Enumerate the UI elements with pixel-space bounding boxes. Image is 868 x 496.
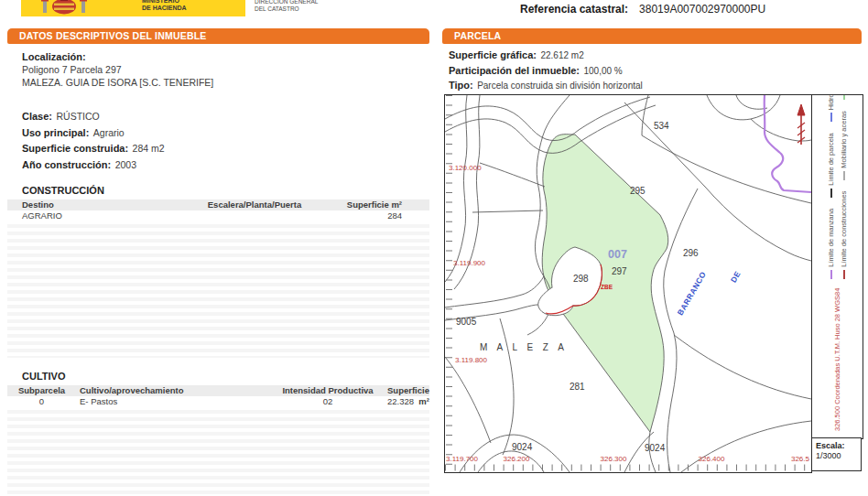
cultivo-table-header: Subparcela Cultivo/aprovechamiento Inten… (7, 385, 429, 396)
government-banner: MINISTERIO DE HACIENDA (21, 0, 245, 16)
cadastral-map: 534 295 296 007 297 298 ZBE 9005 M A L E… (444, 94, 812, 473)
cadastral-reference: Referencia catastral:38019A007002970000P… (520, 3, 765, 16)
construccion-empty-rows (7, 221, 429, 358)
parcel-label-534: 534 (654, 121, 669, 131)
parcel-label-281: 281 (570, 382, 585, 392)
col-superficie: Superficie m² (346, 199, 429, 210)
parcel-label-297: 297 (612, 266, 627, 276)
construccion-table-row: AGRARIO 284 (7, 210, 429, 221)
green-line-icon (843, 94, 845, 100)
coord-x-326400: 326.400 (699, 455, 725, 463)
ministry-name: MINISTERIO DE HACIENDA (142, 0, 187, 12)
coord-x-326200: 326.200 (504, 455, 530, 463)
parcel-label-9024-right: 9024 (645, 443, 666, 453)
coord-x-3265: 326.5 (791, 455, 810, 463)
coord-y-3119800: 3.119.800 (455, 356, 488, 364)
manzana-limit-line (765, 95, 811, 192)
north-arrow-icon (797, 104, 805, 145)
cadastral-reference-label: Referencia catastral: (520, 3, 628, 16)
construccion-title: CONSTRUCCIÓN (22, 185, 429, 196)
cadastral-document: MINISTERIO DE HACIENDA DIRECCIÓN GENERAL… (0, 0, 868, 496)
coord-x-326300: 326.300 (601, 455, 627, 463)
legend-item-hidrografia: Hidrografía (827, 94, 835, 122)
legend-item-mobiliario: Mobiliario y aceras (840, 111, 848, 180)
cultivo-title: CULTIVO (22, 371, 429, 382)
legend-item-limite-construcciones: Límite de construcciones (840, 191, 848, 279)
street-label-de: DE (729, 269, 743, 284)
parcel-label-296: 296 (683, 248, 699, 258)
construccion-table-header: Destino Escalera/Planta/Puerta Superfici… (7, 199, 429, 210)
coord-y-3119900: 3.119.900 (453, 259, 486, 267)
section-header-datos-descriptivos: DATOS DESCRIPTIVOS DEL INMUEBLE (7, 28, 429, 44)
superficie-grafica-row: Superficie gráfica: 22.612 m2 (449, 48, 862, 63)
place-label-maleza: M A L E Z A (480, 342, 568, 352)
superficie-construida-row: Superficie construida: 284 m2 (22, 140, 429, 156)
col-escalera: Escalera/Planta/Puerta (163, 199, 346, 210)
blue-line-icon (830, 113, 832, 122)
gray-line-icon (843, 171, 845, 180)
black-line-icon (830, 189, 832, 198)
purple-line-icon (830, 270, 832, 279)
parcel-label-295: 295 (630, 186, 646, 196)
red-line-icon (843, 270, 845, 279)
map-scale: Escala: 1/3000 (811, 437, 862, 471)
directorate-name: DIRECCIÓN GENERAL DEL CATASTRO (255, 0, 318, 13)
cultivo-empty-rows (7, 406, 429, 496)
parcel-label-007: 007 (608, 248, 627, 261)
spain-coat-of-arms-icon (32, 0, 96, 20)
localizacion-label: Localización: (22, 50, 429, 63)
legend-item-limite-parcela: Límite de parcela (827, 133, 835, 198)
anio-construccion-row: Año construcción: 2003 (22, 156, 429, 173)
construction-label-zbe: ZBE (601, 284, 613, 290)
parcel-label-9005: 9005 (456, 317, 477, 327)
localizacion-line2: MALEZA. GUIA DE ISORA [S.C. TENERIFE] (22, 76, 429, 89)
col-destino: Destino (7, 199, 163, 210)
map-legend: 326.500 Coordenadas U.T.M. Huso 28 WGS84… (811, 94, 863, 439)
legend-item-limite-manzana: Límite de manzana (827, 209, 835, 279)
clase-row: Clase: RÚSTICO (22, 108, 429, 124)
participacion-row: Participación del inmueble: 100,00 % (449, 63, 862, 79)
parcel-info-panel: Superficie gráfica: 22.612 m2 Participac… (442, 48, 862, 93)
cadastral-reference-value: 38019A007002970000PU (639, 3, 765, 16)
localizacion-line1: Poligono 7 Parcela 297 (22, 63, 429, 76)
escala-label: Escala: (816, 441, 845, 450)
parcel-label-9024-left: 9024 (512, 442, 533, 452)
section-header-parcela: PARCELA (442, 28, 862, 44)
coord-y-3119700: 3.119.700 (446, 455, 479, 463)
property-details-panel: Localización: Poligono 7 Parcela 297 MAL… (7, 44, 429, 496)
utm-note: 326.500 Coordenadas U.T.M. Huso 28 WGS84 (833, 288, 841, 431)
uso-principal-row: Uso principal: Agrario (22, 124, 429, 141)
street-label-barranco: BARRANCO (676, 270, 708, 317)
parcel-label-298: 298 (573, 274, 589, 284)
legend-item-zona-verde: Límite zona verde (840, 94, 848, 100)
coord-y-3120000: 3.120.000 (449, 164, 482, 172)
cultivo-table-row: 0 E- Pastos 02 22.328 (7, 396, 429, 406)
escala-value: 1/3000 (816, 451, 861, 461)
tipo-row: Tipo: Parcela construida sin división ho… (449, 78, 862, 93)
